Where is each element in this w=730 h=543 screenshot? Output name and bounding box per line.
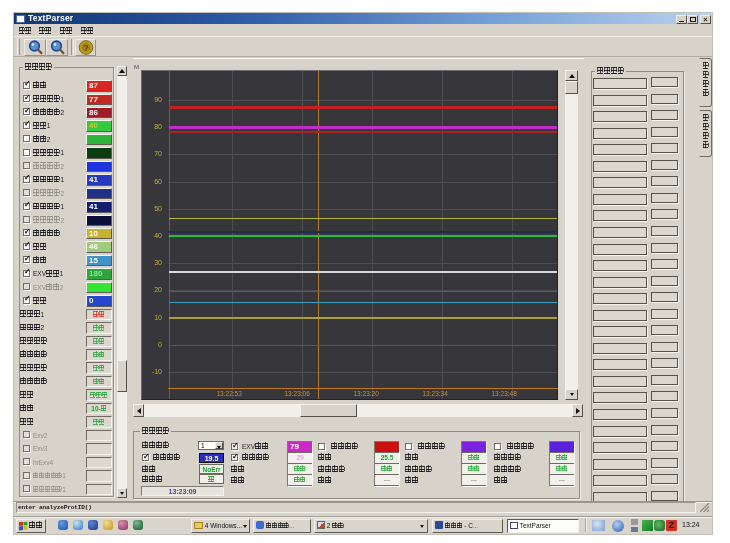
svg-text:?: ?	[83, 43, 89, 53]
